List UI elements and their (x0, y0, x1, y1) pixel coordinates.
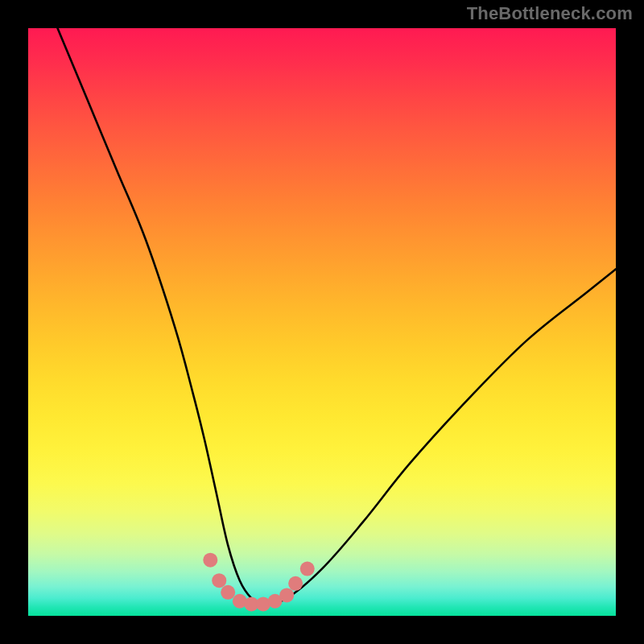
fit-marker (300, 562, 315, 576)
fit-marker (279, 588, 294, 602)
fit-marker (288, 576, 303, 591)
chart-svg (28, 28, 616, 616)
watermark-text: TheBottleneck.com (467, 3, 633, 24)
fit-marker (221, 585, 235, 600)
fit-markers-group (203, 553, 314, 612)
bottleneck-curve (28, 28, 616, 604)
fit-marker (203, 553, 217, 568)
plot-area (28, 28, 616, 616)
chart-frame: TheBottleneck.com (0, 0, 644, 644)
fit-marker (212, 573, 226, 588)
